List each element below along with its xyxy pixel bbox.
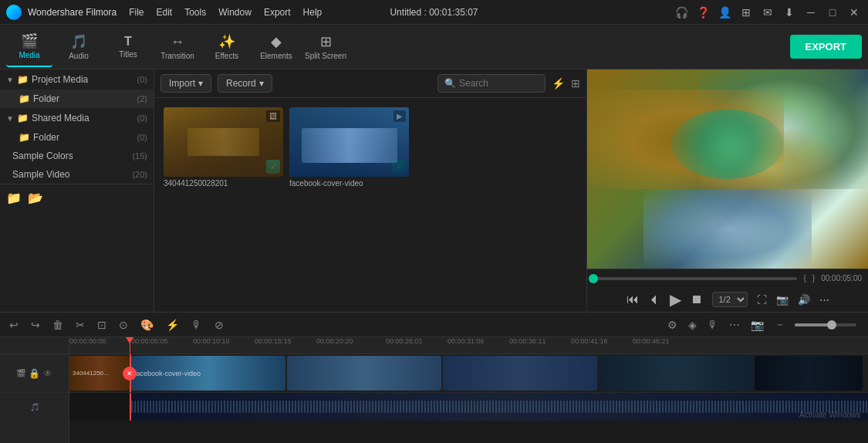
clip-block[interactable]: [599, 356, 753, 391]
menu-help[interactable]: Help: [303, 7, 323, 18]
tab-media[interactable]: 🎬 Media: [6, 27, 52, 67]
sidebar-section-project-media-header[interactable]: ▼ 📁 Project Media (0): [0, 69, 154, 90]
tab-effects[interactable]: ✨ Effects: [204, 27, 250, 67]
preview-bracket-in[interactable]: {: [803, 274, 806, 282]
toolbar: 🎬 Media 🎵 Audio T Titles ↔ Transition ✨ …: [0, 25, 868, 69]
speed-button[interactable]: ⚡: [163, 317, 182, 333]
search-icon: 🔍: [444, 78, 456, 89]
tab-elements[interactable]: ◆ Elements: [253, 27, 299, 67]
sidebar-item-folder[interactable]: 📁 Folder (2): [0, 90, 154, 108]
stabilize-button[interactable]: ⊙: [116, 317, 131, 333]
menu-tools[interactable]: Tools: [184, 7, 206, 18]
tab-titles[interactable]: T Titles: [105, 27, 151, 67]
snapshot-tl-icon[interactable]: 📷: [748, 317, 767, 333]
timeline-toolbar: ↩ ↪ 🗑 ✂ ⊡ ⊙ 🎨 ⚡ 🎙 ⊘ ⚙ ◈ 🎙 ⋯ 📷 － ＋ ⊕ ⏸: [0, 313, 868, 337]
preview-buttons: ⏮ ⏴ ▶ ⏹ 1/2 ⛶ 📷 🔊 ⋯: [587, 287, 868, 312]
settings-icon[interactable]: ⚙: [664, 317, 681, 333]
split-button[interactable]: ⊘: [211, 317, 227, 333]
zoom-out-tl-icon[interactable]: －: [772, 316, 789, 333]
clip-block[interactable]: [755, 356, 863, 391]
more-icon[interactable]: ⋯: [726, 317, 743, 333]
preview-bracket-out[interactable]: }: [812, 274, 815, 282]
filter-icon[interactable]: ⚡: [552, 77, 565, 90]
sidebar-item-sample-colors[interactable]: Sample Colors (15): [0, 147, 154, 165]
undo-button[interactable]: ↩: [6, 317, 22, 333]
media-thumbnail[interactable]: ▶ ✓: [289, 107, 409, 177]
stop-button[interactable]: ⏹: [691, 293, 703, 306]
grid-view-icon[interactable]: ⊞: [571, 77, 580, 90]
user-icon[interactable]: 👤: [717, 5, 732, 20]
import-button[interactable]: Import ▾: [160, 74, 211, 93]
tab-split-screen[interactable]: ⊞ Split Screen: [302, 27, 349, 67]
close-button[interactable]: ✕: [846, 5, 862, 20]
menu-edit[interactable]: Edit: [157, 7, 173, 18]
progress-thumb[interactable]: [589, 274, 598, 283]
zoom-thumb[interactable]: [827, 320, 836, 330]
tab-transition[interactable]: ↔ Transition: [154, 27, 201, 67]
new-folder-icon[interactable]: 📁: [6, 191, 22, 205]
record-audio-icon[interactable]: 🎙: [704, 317, 721, 333]
volume-button[interactable]: 🔊: [798, 294, 810, 306]
clip-block[interactable]: facebook-cover-video: [131, 356, 285, 391]
menu-export[interactable]: Export: [264, 7, 291, 18]
menu-file[interactable]: File: [129, 7, 144, 18]
sidebar-footer: 📁 📂: [0, 184, 154, 211]
snapshot-button[interactable]: 📷: [776, 294, 789, 306]
sidebar-section-shared-media-header[interactable]: ▼ 📁 Shared Media (0): [0, 108, 154, 128]
minimize-button[interactable]: ─: [803, 5, 819, 20]
chevron-down-icon: ▾: [198, 78, 203, 89]
play-back-button[interactable]: ⏴: [648, 293, 660, 306]
clip-block[interactable]: [287, 356, 441, 391]
ruler-time-9: 00:00:46:21: [633, 337, 670, 345]
timeline-main: 00:00:00:00 00:00:05:05 00:00:10:10 00:0…: [69, 337, 868, 443]
folder-icon: 📁: [19, 132, 30, 143]
record-button[interactable]: Record ▾: [218, 74, 272, 93]
ruler-playhead: [130, 337, 130, 353]
sidebar-item-sample-video[interactable]: Sample Video (20): [0, 165, 154, 184]
folder2-count: (0): [137, 133, 147, 142]
chevron-down-icon: ▼: [6, 76, 14, 84]
search-input[interactable]: [459, 78, 536, 89]
crop-button[interactable]: ⊡: [94, 317, 110, 333]
menu-window[interactable]: Window: [218, 7, 252, 18]
prev-frame-button[interactable]: ⏮: [627, 293, 639, 306]
headset-icon[interactable]: 🎧: [674, 5, 689, 20]
play-button[interactable]: ▶: [670, 290, 681, 309]
redo-button[interactable]: ↪: [28, 317, 43, 333]
export-button[interactable]: EXPORT: [790, 35, 862, 59]
new-collection-icon[interactable]: 📂: [28, 191, 43, 205]
eye-track-button[interactable]: 👁: [43, 368, 52, 379]
cut-button[interactable]: ✂: [73, 317, 88, 333]
main-area: ▼ 📁 Project Media (0) 📁 Folder (2) ▼ 📁 S…: [0, 69, 868, 312]
mark-icon[interactable]: ◈: [685, 317, 700, 333]
preview-progress-bar[interactable]: [593, 277, 797, 280]
question-icon[interactable]: ❓: [695, 5, 711, 20]
tab-audio[interactable]: 🎵 Audio: [56, 27, 102, 67]
clip-label: facebook-cover-video: [131, 370, 201, 377]
delete-button[interactable]: 🗑: [49, 317, 66, 333]
audio-button[interactable]: 🎙: [188, 317, 205, 333]
mail-icon[interactable]: ✉: [760, 5, 775, 20]
clip-block[interactable]: 340441250...: [69, 356, 130, 391]
zoom-slider[interactable]: [795, 323, 856, 326]
audio-playhead: [130, 393, 131, 421]
media-label: 340441250028201: [164, 179, 283, 188]
waveform-svg: [131, 393, 868, 421]
titles-icon: T: [124, 35, 132, 49]
maximize-button[interactable]: □: [825, 5, 840, 20]
folder-label: Folder: [33, 93, 137, 104]
lock-track-button[interactable]: 🔒: [29, 368, 40, 379]
speed-select[interactable]: 1/2: [712, 292, 748, 307]
download-icon[interactable]: ⬇: [782, 5, 797, 20]
playhead-circle: ✕: [123, 367, 137, 380]
grid-icon[interactable]: ⊞: [738, 5, 754, 20]
effects-icon: ✨: [218, 33, 235, 50]
color-button[interactable]: 🎨: [137, 317, 157, 333]
sidebar-item-folder2[interactable]: 📁 Folder (0): [0, 128, 154, 147]
clip-block[interactable]: [443, 356, 597, 391]
media-item: ▶ ✓ facebook-cover-video: [289, 107, 409, 188]
more-settings-icon[interactable]: ⋯: [819, 294, 829, 306]
fullscreen-button[interactable]: ⛶: [757, 294, 767, 306]
media-thumbnail[interactable]: 🖼 ✓: [164, 107, 283, 177]
zoom-in-tl-icon[interactable]: ＋: [863, 316, 868, 333]
